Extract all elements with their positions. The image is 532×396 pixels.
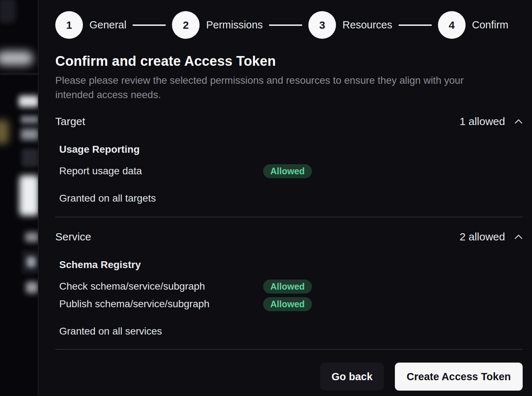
step-connector bbox=[398, 24, 432, 26]
step-connector bbox=[269, 24, 302, 26]
blurred-app-logo bbox=[0, 0, 16, 23]
footer-divider bbox=[55, 349, 523, 350]
granted-scope-note: Granted on all targets bbox=[59, 193, 523, 203]
blurred-sidebar-divider bbox=[0, 73, 38, 74]
step-resources-label: Resources bbox=[342, 19, 392, 31]
section-divider bbox=[55, 217, 523, 217]
step-general-number: 1 bbox=[55, 11, 83, 39]
blurred-white-card bbox=[19, 175, 38, 216]
permission-group-title: Usage Reporting bbox=[59, 144, 523, 155]
blurred-accent-shape bbox=[0, 120, 9, 144]
step-confirm-label: Confirm bbox=[472, 19, 509, 31]
status-badge-allowed: Allowed bbox=[263, 164, 312, 178]
dialog-footer: Go back Create Access Token bbox=[55, 363, 523, 391]
permission-label: Publish schema/service/subgraph bbox=[59, 297, 263, 311]
blurred-nav-label bbox=[0, 51, 33, 65]
step-resources[interactable]: 3 Resources bbox=[308, 11, 392, 39]
step-confirm-number: 4 bbox=[438, 11, 466, 39]
step-permissions[interactable]: 2 Permissions bbox=[172, 11, 263, 39]
permission-row: Check schema/service/subgraph Allowed bbox=[59, 279, 523, 294]
blurred-text-line-1 bbox=[21, 116, 38, 124]
section-target-collapse-toggle[interactable]: 1 allowed bbox=[459, 115, 523, 128]
go-back-button[interactable]: Go back bbox=[320, 363, 383, 391]
background-app bbox=[0, 0, 38, 396]
step-general-label: General bbox=[89, 19, 126, 31]
status-badge-allowed: Allowed bbox=[263, 280, 312, 294]
permission-label: Report usage data bbox=[59, 164, 263, 178]
section-service-header: Service 2 allowed bbox=[55, 230, 523, 243]
page-title: Confirm and create Access Token bbox=[55, 53, 523, 69]
step-permissions-number: 2 bbox=[172, 11, 200, 39]
permission-row: Publish schema/service/subgraph Allowed bbox=[59, 297, 523, 311]
permission-row: Report usage data Allowed bbox=[59, 164, 523, 178]
step-permissions-label: Permissions bbox=[206, 19, 263, 31]
section-target-header: Target 1 allowed bbox=[55, 115, 523, 128]
create-access-token-dialog: 1 General 2 Permissions 3 Resources 4 Co… bbox=[38, 0, 532, 396]
section-service-collapse-toggle[interactable]: 2 allowed bbox=[459, 230, 523, 243]
section-service-allowed-count: 2 allowed bbox=[459, 230, 505, 243]
blurred-text-line-2 bbox=[21, 129, 38, 140]
step-confirm[interactable]: 4 Confirm bbox=[438, 11, 509, 39]
blurred-card bbox=[22, 149, 38, 167]
section-service-title: Service bbox=[55, 230, 91, 243]
section-target-allowed-count: 1 allowed bbox=[459, 115, 505, 128]
wizard-stepper: 1 General 2 Permissions 3 Resources 4 Co… bbox=[55, 11, 523, 39]
blurred-text-line-5 bbox=[26, 282, 38, 293]
blurred-text-line-4 bbox=[27, 257, 36, 267]
permission-label: Check schema/service/subgraph bbox=[59, 279, 263, 294]
step-general[interactable]: 1 General bbox=[55, 11, 126, 39]
blurred-text-line-3 bbox=[25, 232, 38, 242]
granted-scope-note: Granted on all services bbox=[59, 326, 523, 336]
page-subtitle: Please please review the selected permis… bbox=[55, 73, 495, 102]
chevron-up-icon bbox=[514, 119, 523, 124]
step-connector bbox=[132, 24, 166, 26]
blurred-section-heading bbox=[19, 96, 38, 107]
step-resources-number: 3 bbox=[308, 11, 336, 39]
create-access-token-button[interactable]: Create Access Token bbox=[395, 363, 523, 391]
section-target-title: Target bbox=[55, 115, 85, 128]
status-badge-allowed: Allowed bbox=[263, 297, 312, 311]
permission-group-title: Schema Registry bbox=[59, 260, 523, 270]
chevron-up-icon bbox=[514, 234, 523, 239]
